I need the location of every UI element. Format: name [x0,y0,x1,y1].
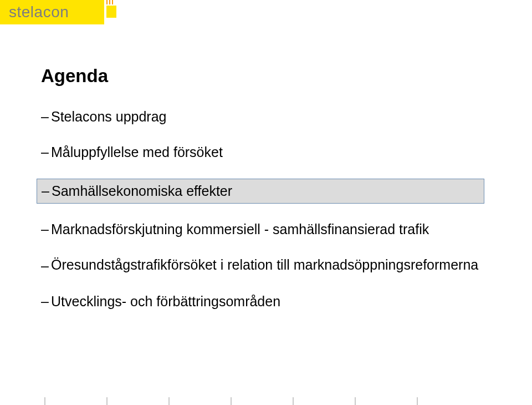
footer-tick-icon [417,397,418,405]
list-item: – Samhällsekonomiska effekter [42,182,479,201]
footer-tick-icon [293,397,294,405]
list-item-highlighted: – Samhällsekonomiska effekter [37,179,484,204]
brand-logo-text: stelacon [9,3,69,21]
list-item: – Utvecklings- och förbättringsområden [41,292,491,311]
footer-ticks [44,397,418,405]
list-item-text: Öresundstågstrafikförsöket i relation ti… [51,256,478,275]
slide-content: Agenda – Stelacons uppdrag – Måluppfylle… [41,65,491,311]
bullet-dash-icon: – [41,108,51,126]
bullet-dash-icon: – [41,292,51,311]
slide-title: Agenda [41,65,491,87]
list-item: – Öresundstågstrafikförsöket i relation … [41,256,491,276]
list-item-text: Måluppfyllelse med försöket [51,143,223,162]
footer-tick-icon [355,397,356,405]
brand-tick-icon [109,0,110,4]
footer-tick-icon [44,397,45,405]
bullet-dash-icon: – [41,256,51,276]
list-item-text: Samhällsekonomiska effekter [52,182,232,201]
brand-band-icon [106,6,116,18]
bullet-dash-icon: – [42,182,52,201]
brand-logo-marks [106,0,116,18]
brand-logo: stelacon [0,0,104,24]
list-item-text: Stelacons uppdrag [51,108,166,126]
slide-header: stelacon [0,0,116,24]
list-item: – Måluppfyllelse med försöket [41,143,491,162]
footer-tick-icon [106,397,108,405]
list-item: – Stelacons uppdrag [41,108,491,126]
bullet-dash-icon: – [41,143,51,162]
list-item-text: Utvecklings- och förbättringsområden [51,292,280,311]
footer-tick-icon [231,397,232,405]
list-item: – Marknadsförskjutning kommersiell - sam… [41,220,491,239]
brand-tick-icon [112,0,113,4]
list-item-text: Marknadsförskjutning kommersiell - samhä… [51,220,429,239]
brand-tick-icon [106,0,108,4]
footer-tick-icon [168,397,170,405]
bullet-list: – Stelacons uppdrag – Måluppfyllelse med… [41,108,491,311]
bullet-dash-icon: – [41,220,51,239]
